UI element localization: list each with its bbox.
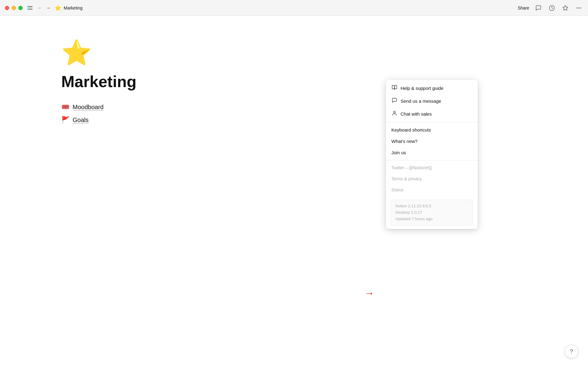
version-line2: Desktop 2.0.17 bbox=[395, 209, 468, 216]
more-options-button[interactable] bbox=[575, 4, 583, 12]
traffic-lights bbox=[5, 6, 23, 10]
status-item[interactable]: Status bbox=[386, 184, 478, 195]
status-label: Status bbox=[391, 187, 404, 192]
moodboard-link[interactable]: Moodboard bbox=[73, 104, 104, 111]
whats-new-item[interactable]: What's new? bbox=[386, 136, 478, 147]
message-icon bbox=[391, 98, 398, 104]
whats-new-label: What's new? bbox=[391, 139, 417, 144]
version-info-box: Notion 2.11.23.9.6.5 Desktop 2.0.17 Upda… bbox=[391, 200, 473, 225]
help-support-guide-label: Help & support guide bbox=[401, 86, 443, 91]
menu-icon[interactable] bbox=[28, 6, 32, 10]
goals-emoji: 🚩 bbox=[61, 116, 70, 124]
dropdown-section-shortcuts: Keyboard shortcuts What's new? Join us bbox=[386, 122, 478, 160]
join-us-item[interactable]: Join us bbox=[386, 147, 478, 158]
help-button-label: ? bbox=[570, 348, 573, 355]
page-large-emoji: ⭐ bbox=[61, 40, 527, 65]
book-icon bbox=[391, 85, 398, 91]
twitter-item[interactable]: Twitter – @NotionHQ bbox=[386, 162, 478, 173]
minimize-button[interactable] bbox=[12, 6, 16, 10]
keyboard-shortcuts-item[interactable]: Keyboard shortcuts bbox=[386, 124, 478, 136]
svg-point-4 bbox=[580, 7, 581, 8]
comment-icon-button[interactable] bbox=[534, 4, 543, 12]
send-message-label: Send us a message bbox=[401, 98, 441, 104]
svg-marker-1 bbox=[563, 5, 568, 10]
maximize-button[interactable] bbox=[18, 6, 23, 10]
back-button[interactable]: ← bbox=[36, 4, 43, 12]
chat-with-sales-item[interactable]: Chat with sales bbox=[386, 107, 478, 120]
forward-button[interactable]: → bbox=[45, 4, 52, 12]
moodboard-emoji: 🎟️ bbox=[61, 103, 70, 111]
favorite-icon-button[interactable] bbox=[561, 4, 570, 12]
dropdown-section-help: Help & support guide Send us a message C… bbox=[386, 80, 478, 122]
arrow-indicator: → bbox=[364, 288, 374, 299]
page-icon-title: ⭐ Marketing bbox=[55, 5, 82, 11]
titlebar-right: Share bbox=[518, 4, 583, 12]
svg-point-5 bbox=[394, 111, 395, 113]
help-dropdown-menu: Help & support guide Send us a message C… bbox=[386, 80, 478, 229]
keyboard-shortcuts-label: Keyboard shortcuts bbox=[391, 127, 431, 132]
svg-point-2 bbox=[577, 7, 578, 8]
main-content: ⭐ Marketing 🎟️ Moodboard 🚩 Goals bbox=[0, 16, 588, 148]
share-button[interactable]: Share bbox=[518, 6, 529, 10]
dropdown-section-links: Twitter – @NotionHQ Terms & privacy Stat… bbox=[386, 160, 478, 197]
close-button[interactable] bbox=[5, 6, 9, 10]
help-support-guide-item[interactable]: Help & support guide bbox=[386, 82, 478, 94]
svg-point-3 bbox=[578, 7, 579, 8]
person-icon bbox=[391, 110, 398, 117]
terms-privacy-item[interactable]: Terms & privacy bbox=[386, 173, 478, 184]
version-line1: Notion 2.11.23.9.6.5 bbox=[395, 203, 468, 209]
send-message-item[interactable]: Send us a message bbox=[386, 94, 478, 107]
help-button[interactable]: ? bbox=[565, 345, 578, 358]
terms-privacy-label: Terms & privacy bbox=[391, 176, 422, 181]
goals-link[interactable]: Goals bbox=[73, 117, 89, 124]
history-icon-button[interactable] bbox=[548, 4, 556, 12]
version-line3: Updated 7 hours ago bbox=[395, 216, 468, 222]
nav-arrows: ← → bbox=[36, 4, 52, 12]
page-star-icon: ⭐ bbox=[55, 5, 61, 11]
twitter-label: Twitter – @NotionHQ bbox=[391, 165, 432, 170]
join-us-label: Join us bbox=[391, 150, 406, 155]
titlebar-page-title: Marketing bbox=[64, 6, 82, 10]
titlebar: ← → ⭐ Marketing Share bbox=[0, 0, 588, 16]
chat-with-sales-label: Chat with sales bbox=[401, 111, 432, 117]
